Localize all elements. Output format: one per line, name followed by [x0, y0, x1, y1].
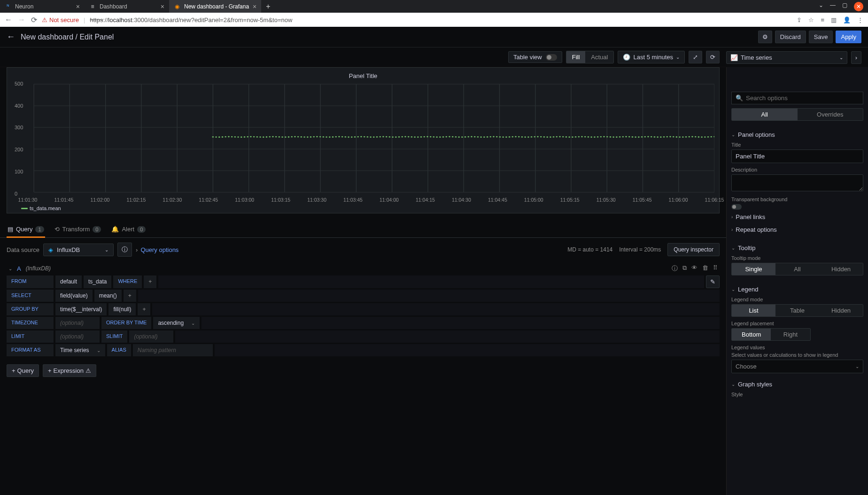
legend-hidden[interactable]: Hidden [819, 305, 863, 316]
close-icon[interactable]: × [253, 3, 256, 10]
query-ref-id[interactable]: A [17, 265, 21, 272]
add-query-button[interactable]: + Query [7, 364, 39, 377]
tab-alert[interactable]: 🔔 Alert 0 [110, 221, 147, 237]
security-indicator[interactable]: ⚠ Not secure [42, 16, 79, 24]
chart-svg [12, 81, 714, 197]
tooltip-single[interactable]: Single [732, 263, 775, 275]
share-icon[interactable]: ⇪ [797, 16, 802, 24]
formatas-select[interactable]: Time series⌄ [55, 344, 105, 356]
tooltip-hidden[interactable]: Hidden [819, 263, 863, 275]
fill-option[interactable]: Fill [566, 51, 586, 63]
back-arrow-icon[interactable]: ← [7, 32, 15, 42]
from-policy[interactable]: default [55, 275, 82, 288]
side-panel-icon[interactable]: ▥ [831, 16, 837, 24]
panel-settings-button[interactable]: ⚙ [758, 31, 772, 43]
refresh-button[interactable]: ⟳ [706, 51, 720, 63]
query-help-icon[interactable]: ⓘ [672, 264, 678, 273]
svg-point-52 [294, 136, 296, 138]
forward-icon[interactable]: → [18, 16, 25, 24]
options-search[interactable]: 🔍 [731, 92, 863, 104]
limit-input[interactable]: (optional) [55, 330, 100, 343]
drag-handle-icon[interactable]: ⠿ [713, 264, 718, 273]
svg-point-96 [433, 136, 435, 138]
new-tab-button[interactable]: + [261, 2, 275, 11]
timezone-input[interactable]: (optional) [55, 317, 100, 329]
bookmark-icon[interactable]: ☆ [808, 16, 814, 24]
trash-icon[interactable]: 🗑 [702, 264, 708, 273]
legend-table[interactable]: Table [775, 305, 819, 316]
back-icon[interactable]: ← [5, 16, 12, 24]
panel-description-input[interactable] [731, 174, 863, 191]
section-panel-options[interactable]: ⌄Panel options [731, 131, 863, 138]
panel-links-row[interactable]: ›Panel links [731, 212, 863, 222]
svg-point-175 [682, 136, 684, 138]
maximize-icon[interactable]: ▢ [842, 2, 847, 11]
tab-transform[interactable]: ⟲ Transform 0 [54, 221, 102, 237]
legend-list[interactable]: List [732, 305, 775, 316]
svg-point-65 [335, 136, 337, 138]
actual-option[interactable]: Actual [585, 51, 613, 63]
overrides-tab[interactable]: Overrides [798, 109, 863, 120]
apply-button[interactable]: Apply [836, 31, 861, 43]
tab-query[interactable]: ▤ Query 1 [7, 221, 45, 237]
svg-point-51 [291, 136, 293, 138]
groupby-fill[interactable]: fill(null) [108, 303, 136, 315]
section-graph-styles[interactable]: ⌄Graph styles [731, 381, 863, 388]
chevron-down-icon[interactable]: ⌄ [819, 2, 823, 11]
all-tab[interactable]: All [732, 109, 798, 120]
toggle-text-edit-button[interactable]: ✎ [706, 275, 720, 288]
tooltip-all[interactable]: All [775, 263, 819, 275]
browser-tab-neuron[interactable]: ᴺ Neuron × [0, 0, 85, 13]
from-measurement[interactable]: ts_data [84, 275, 111, 288]
zoom-out-button[interactable]: ⤢ [689, 51, 702, 63]
add-where-button[interactable]: + [144, 275, 156, 288]
visualization-picker[interactable]: 📈 Time series ⌄ [726, 51, 847, 64]
section-tooltip[interactable]: ⌄Tooltip [731, 244, 863, 251]
reload-icon[interactable]: ⟳ [31, 16, 37, 24]
time-range-picker[interactable]: 🕘 Last 5 minutes ⌄ [618, 51, 685, 63]
query-inspector-button[interactable]: Query inspector [667, 243, 720, 256]
close-icon[interactable]: × [161, 3, 164, 10]
svg-point-40 [256, 136, 258, 138]
minimize-icon[interactable]: — [830, 2, 836, 11]
close-icon[interactable]: × [76, 3, 80, 10]
eye-icon[interactable]: 👁 [691, 264, 698, 273]
svg-point-66 [338, 136, 340, 138]
section-legend[interactable]: ⌄Legend [731, 286, 863, 293]
datasource-select[interactable]: ◈ InfluxDB ⌄ [43, 244, 114, 256]
discard-button[interactable]: Discard [775, 31, 806, 43]
options-search-input[interactable] [746, 94, 859, 102]
browser-tab-grafana[interactable]: ◉ New dashboard - Grafana × [169, 0, 261, 13]
add-expression-button[interactable]: + Expression ⚠ [43, 364, 96, 377]
legend-bottom[interactable]: Bottom [732, 329, 771, 340]
close-window-icon[interactable]: ✕ [854, 2, 863, 11]
orderby-select[interactable]: ascending⌄ [153, 317, 200, 329]
duplicate-icon[interactable]: ⧉ [682, 264, 687, 273]
groupby-time[interactable]: time($__interval) [55, 303, 107, 315]
url-display[interactable]: https://localhost:3000/dashboard/new?edi… [90, 16, 292, 24]
panel-title-input[interactable] [731, 149, 863, 163]
svg-point-84 [395, 136, 397, 138]
save-button[interactable]: Save [809, 31, 833, 43]
select-agg[interactable]: mean() [94, 290, 122, 302]
datasource-help-button[interactable]: ⓘ [117, 243, 132, 257]
svg-point-88 [408, 136, 410, 138]
chevron-down-icon[interactable]: ⌄ [8, 266, 12, 271]
warning-icon: ⚠ [42, 16, 47, 24]
add-select-button[interactable]: + [124, 290, 136, 302]
query-options-toggle[interactable]: › Query options [136, 246, 178, 253]
table-view-toggle[interactable]: Table view [508, 51, 562, 63]
reading-list-icon[interactable]: ≡ [821, 16, 824, 24]
profile-icon[interactable]: 👤 [843, 16, 851, 24]
add-groupby-button[interactable]: + [138, 303, 150, 315]
viz-next-button[interactable]: › [851, 51, 861, 64]
repeat-options-row[interactable]: ›Repeat options [731, 224, 863, 235]
legend-right[interactable]: Right [771, 329, 810, 340]
browser-tab-dashboard[interactable]: ≡ Dashboard × [85, 0, 169, 13]
alias-input[interactable]: Naming pattern [133, 344, 213, 356]
slimit-input[interactable]: (optional) [129, 330, 173, 343]
transparent-switch[interactable] [731, 204, 742, 210]
select-field[interactable]: field(value) [55, 290, 93, 302]
menu-icon[interactable]: ⋮ [857, 16, 863, 24]
legend-values-select[interactable]: Choose⌄ [731, 360, 863, 373]
